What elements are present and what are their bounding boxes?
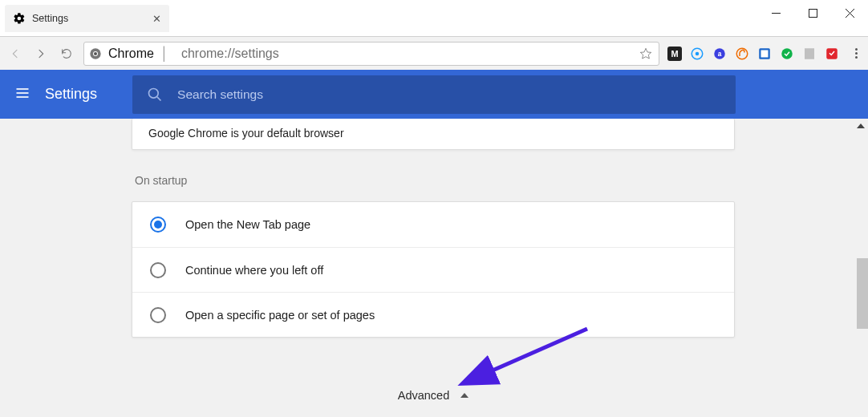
advanced-label: Advanced	[398, 389, 450, 402]
svg-text:a: a	[718, 51, 722, 58]
menu-button[interactable]	[14, 85, 30, 104]
scrollbar-thumb[interactable]	[857, 258, 868, 329]
window-controls	[757, 0, 868, 26]
svg-point-6	[94, 52, 97, 55]
url-origin: Chrome│	[108, 47, 175, 61]
radio-icon[interactable]	[150, 262, 166, 278]
startup-option-new-tab[interactable]: Open the New Tab page	[132, 202, 734, 247]
maximize-button[interactable]	[794, 0, 831, 26]
gear-icon	[13, 12, 26, 25]
option-label: Open a specific page or set of pages	[185, 309, 375, 322]
browser-menu-button[interactable]	[850, 48, 862, 59]
annotation-arrow	[475, 325, 603, 389]
on-startup-label: On startup	[135, 174, 735, 187]
svg-point-15	[781, 48, 793, 59]
option-label: Open the New Tab page	[185, 218, 310, 231]
startup-option-specific[interactable]: Open a specific page or set of pages	[132, 292, 734, 337]
radio-icon[interactable]	[150, 217, 166, 233]
svg-rect-14	[761, 50, 769, 57]
extension-icon[interactable]	[735, 47, 749, 61]
default-browser-text: Google Chrome is your default browser	[148, 127, 344, 140]
search-input[interactable]	[177, 87, 721, 102]
advanced-toggle[interactable]: Advanced	[132, 389, 735, 402]
extension-icon[interactable]: a	[712, 47, 727, 61]
svg-line-23	[487, 329, 587, 373]
window-titlebar: Settings ✕	[0, 0, 868, 36]
search-icon	[147, 87, 163, 103]
extension-icon[interactable]	[802, 47, 817, 61]
svg-rect-16	[805, 48, 814, 59]
option-label: Continue where you left off	[185, 264, 323, 277]
svg-point-21	[149, 88, 159, 98]
chrome-icon	[89, 47, 102, 60]
extension-icon[interactable]	[757, 47, 772, 61]
extension-icon[interactable]	[825, 47, 839, 61]
bookmark-star-icon[interactable]	[639, 47, 652, 60]
minimize-button[interactable]	[757, 0, 794, 26]
settings-title: Settings	[45, 86, 97, 103]
tab-title: Settings	[32, 13, 146, 24]
svg-point-9	[696, 51, 700, 55]
settings-header: Settings	[0, 70, 868, 119]
svg-rect-1	[809, 9, 817, 17]
svg-marker-7	[640, 48, 651, 59]
svg-line-22	[157, 96, 161, 100]
settings-content: Google Chrome is your default browser On…	[0, 119, 868, 417]
extension-icon[interactable]: M	[667, 47, 682, 61]
forward-button[interactable]	[32, 47, 50, 60]
browser-tab[interactable]: Settings ✕	[5, 5, 169, 32]
scroll-up-icon[interactable]	[857, 123, 865, 128]
address-bar[interactable]: Chrome│ chrome://settings	[83, 42, 659, 66]
on-startup-card: Open the New Tab page Continue where you…	[132, 201, 735, 338]
url-text: chrome://settings	[181, 47, 279, 61]
back-button[interactable]	[6, 47, 24, 60]
close-window-button[interactable]	[831, 0, 868, 26]
reload-button[interactable]	[58, 47, 75, 60]
extension-icon[interactable]	[780, 47, 794, 61]
browser-toolbar: Chrome│ chrome://settings M a	[0, 36, 868, 70]
radio-icon[interactable]	[150, 307, 166, 323]
extensions-row: M a	[667, 47, 842, 61]
default-browser-card: Google Chrome is your default browser	[132, 119, 735, 150]
close-icon[interactable]: ✕	[152, 13, 161, 25]
extension-icon[interactable]	[690, 47, 704, 61]
startup-option-continue[interactable]: Continue where you left off	[132, 247, 734, 292]
search-settings[interactable]	[132, 75, 736, 114]
caret-up-icon	[460, 393, 468, 398]
